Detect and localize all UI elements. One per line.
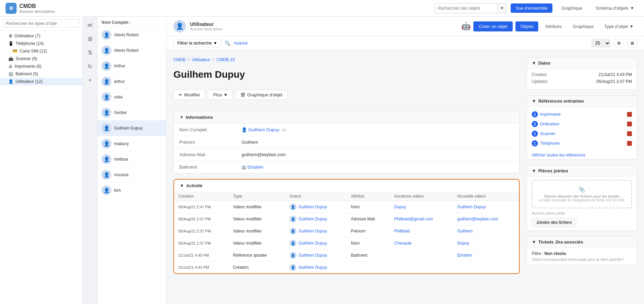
- batiment-icon: 🏢: [8, 72, 13, 76]
- schema-btn[interactable]: Schéma d'objets ▼: [591, 3, 638, 13]
- breadcrumb-id[interactable]: CMDB-15: [217, 57, 235, 62]
- refs-toggle-icon: ▼: [532, 98, 536, 104]
- modifier-button[interactable]: ✏ Modifier: [173, 90, 205, 100]
- advanced-link[interactable]: Avancé: [234, 41, 248, 46]
- objects-button[interactable]: Objets: [515, 21, 538, 31]
- icon-col-table[interactable]: ⊞: [85, 33, 96, 44]
- layout-icon-btn[interactable]: ⊞: [627, 39, 637, 47]
- refs-all-link[interactable]: Afficher toutes les références: [527, 151, 637, 159]
- list-item[interactable]: 👤 Alexis Robert: [97, 27, 166, 43]
- nom-link[interactable]: Guilhem Dupuy: [248, 127, 280, 132]
- sidebar-item-scanner[interactable]: 📠 Scanner (6): [0, 55, 83, 63]
- actor-link[interactable]: Guilhem Dupuy: [299, 253, 327, 258]
- breadcrumb-sep2: /: [213, 57, 215, 62]
- breadcrumb-cmdb[interactable]: CMDB: [173, 57, 186, 62]
- ref-name-link[interactable]: Scanner: [540, 131, 556, 136]
- settings-icon-btn[interactable]: ⚙: [614, 39, 624, 47]
- global-search-input[interactable]: [435, 6, 497, 11]
- ref-item-left: 1 Imprimante: [532, 111, 561, 117]
- ref-item-left: 1 Scanner: [532, 131, 556, 137]
- cell-date: 05/Aug/21 2:37 PM: [174, 237, 229, 249]
- ref-name-link[interactable]: Téléphone: [540, 141, 560, 146]
- list-item[interactable]: 👤 Alexis Robert: [97, 43, 166, 58]
- icon-col-plus[interactable]: +: [85, 75, 96, 86]
- actor-link[interactable]: Guilhem Dupuy: [299, 205, 327, 209]
- activity-row: 05/Aug/21 2:47 PM Valeur modifiée 👤 Guil…: [174, 201, 519, 213]
- tickets-toggle-icon: ▼: [532, 239, 536, 245]
- overview-btn[interactable]: Vue d'ensemble: [511, 3, 552, 13]
- drop-text: Glissez-déposez des fichiers pour les jo…: [538, 194, 626, 198]
- info-row-mail: Adresse Mail guilhem@twybee.com: [174, 149, 519, 161]
- sidebar-item-telephone[interactable]: 📱 Téléphone (14): [0, 40, 83, 47]
- actor-avatar: 👤: [290, 216, 296, 222]
- new-value-link[interactable]: Einstein: [457, 253, 472, 258]
- actor-link[interactable]: Guilhem Dupuy: [299, 217, 327, 221]
- updated-value: 05/Aug/21 2:47 PM: [596, 79, 632, 84]
- sidebar-search-input[interactable]: [3, 19, 80, 28]
- attributs-button[interactable]: Attributs: [541, 21, 566, 31]
- actor-link[interactable]: Guilhem Dupuy: [299, 241, 327, 246]
- search-dropdown-btn[interactable]: ▼: [497, 3, 506, 13]
- refs-section-header: ▼ Références entrantes: [527, 96, 637, 107]
- icon-col-arrows[interactable]: ⇅: [85, 47, 96, 58]
- informations-section: ▼ Informations Nom Complet 👤 Guilhem Dup…: [173, 111, 520, 173]
- actor-link[interactable]: Guilhem Dupuy: [299, 265, 327, 270]
- join-files-button[interactable]: Joindre des fichiers: [532, 218, 576, 227]
- graphique-button[interactable]: Graphique: [569, 21, 598, 31]
- plus-button[interactable]: Plus ▼: [208, 90, 233, 100]
- new-value-link[interactable]: Guilhem Dupuy: [457, 205, 486, 209]
- drop-zone[interactable]: 📎 Glissez-déposez des fichiers pour les …: [532, 180, 632, 208]
- list-item-selected[interactable]: 👤 Guilhem Dupuy: [97, 121, 166, 136]
- ref-name-link[interactable]: Ordinateur: [540, 122, 560, 126]
- list-item[interactable]: 👤 moussa: [97, 167, 166, 183]
- cell-type: Valeur modifiée: [229, 225, 285, 237]
- actor-link[interactable]: Guilhem Dupuy: [299, 229, 327, 234]
- modifier-label: Modifier: [184, 92, 200, 97]
- breadcrumb-utilisateur[interactable]: Utilisateur: [192, 57, 210, 62]
- updated-row: Updated 05/Aug/21 2:47 PM: [532, 79, 632, 84]
- graphique-nav-btn[interactable]: Graphique: [557, 3, 587, 13]
- activity-toggle-icon[interactable]: ▼: [180, 183, 184, 188]
- list-item[interactable]: 👤 Arthur: [97, 58, 166, 74]
- col-acteur: Acteur: [285, 192, 347, 201]
- icon-col-double-arrow[interactable]: ≪: [85, 19, 96, 30]
- list-item[interactable]: 👤 celia: [97, 89, 166, 105]
- create-object-button[interactable]: Créer un objet: [473, 21, 513, 31]
- updated-label: Updated: [532, 79, 547, 84]
- ref-name-link[interactable]: Imprimante: [540, 112, 561, 117]
- ordinateur-icon: 🖥: [8, 34, 12, 38]
- cell-old-value: Philibald@gmail.com: [390, 213, 453, 225]
- list-item[interactable]: 👤 tom: [97, 183, 166, 198]
- field-label-prenom: Prénom: [174, 136, 236, 148]
- icon-col-refresh[interactable]: ↻: [85, 61, 96, 72]
- batiment-link[interactable]: Einstein: [247, 164, 263, 170]
- carte-sim-icon: 💳: [12, 49, 18, 54]
- old-value-link[interactable]: Philibald: [394, 229, 410, 234]
- list-item[interactable]: 👤 Gerber: [97, 105, 166, 121]
- old-value-link[interactable]: Dupuy: [394, 205, 406, 209]
- avatar: 👤: [102, 61, 111, 71]
- sidebar-item-utilisateur[interactable]: 👤 Utilisateur (12): [0, 78, 83, 85]
- list-item[interactable]: 👤 arthur: [97, 74, 166, 89]
- list-item[interactable]: 👤 malaury: [97, 136, 166, 152]
- sidebar-item-imprimante[interactable]: 🖨 Imprimante (6): [0, 63, 83, 70]
- new-value-link[interactable]: guilhem@twybee.com: [457, 217, 498, 221]
- per-page-dropdown[interactable]: 25 50 100: [591, 39, 610, 47]
- type-objet-button[interactable]: Type d'objet ▼: [600, 21, 637, 31]
- new-value-link[interactable]: Dupuy: [457, 241, 469, 246]
- new-value-link[interactable]: Guilhem: [457, 229, 473, 234]
- old-value-link[interactable]: Philibald@gmail.com: [394, 217, 433, 221]
- list-panel-header-label: Nom Complet ↑: [102, 20, 132, 25]
- old-value-link[interactable]: Chevaule: [394, 241, 412, 246]
- cell-old-value: Chevaule: [390, 237, 453, 249]
- sidebar-item-carte-sim[interactable]: 💳 Carte SIM (12): [0, 47, 83, 55]
- sidebar-item-ordinateur[interactable]: 🖥 Ordinateur (7): [0, 32, 83, 40]
- filter-button[interactable]: Filtrer la recherche ▼: [173, 39, 221, 47]
- graph-object-button[interactable]: 🕸 Graphique d'objet: [236, 90, 287, 100]
- list-item[interactable]: 👤 melissa: [97, 152, 166, 167]
- sidebar-item-batiment[interactable]: 🏢 Batiment (5): [0, 70, 83, 78]
- toggle-icon[interactable]: ▼: [179, 115, 184, 120]
- cell-new-value: guilhem@twybee.com: [453, 213, 519, 225]
- cell-date: 21/Jul/21 4:43 PM: [174, 262, 229, 274]
- activity-table: Création Type Acteur Attribut Ancienne v…: [174, 192, 519, 273]
